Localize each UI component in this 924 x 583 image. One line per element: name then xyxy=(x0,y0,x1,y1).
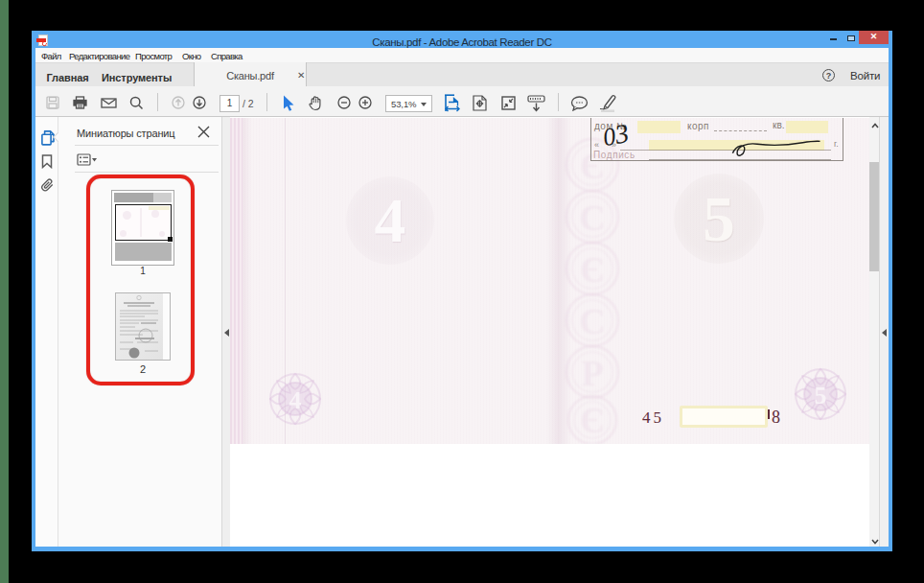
svg-text:4: 4 xyxy=(289,386,302,414)
svg-text:Є: Є xyxy=(580,400,605,440)
svg-text:5: 5 xyxy=(815,382,827,409)
svg-text:С: С xyxy=(579,301,605,341)
svg-text:Р: Р xyxy=(581,353,603,393)
svg-text:С: С xyxy=(579,198,605,238)
svg-text:Є: Є xyxy=(580,249,605,290)
